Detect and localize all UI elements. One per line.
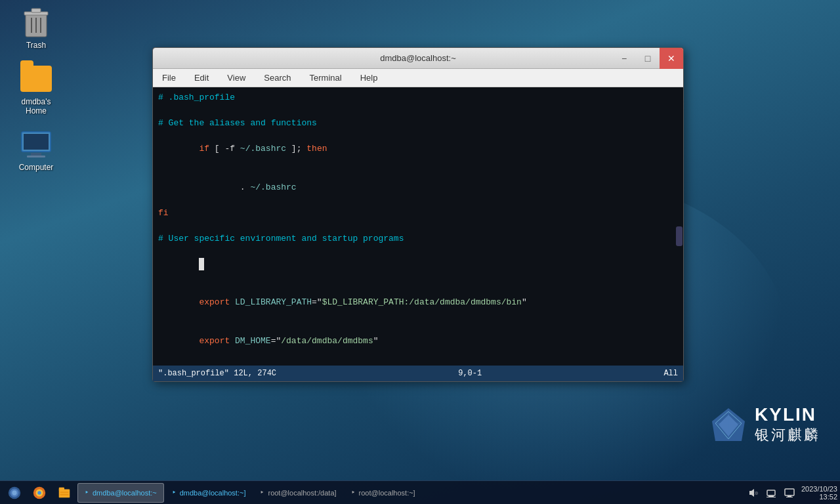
statusbar-right: All <box>663 369 678 378</box>
clock-date: 2023/10/23 <box>801 485 837 493</box>
terminal-line-cursor <box>158 245 678 284</box>
taskbar-firefox-launcher[interactable] <box>28 483 51 503</box>
menu-file[interactable]: File <box>158 72 180 84</box>
computer-icon <box>20 129 52 160</box>
taskbar-apps: ‣ dmdba@localhost:~ ‣ dmdba@localhost:~]… <box>77 483 745 503</box>
computer-icon-svg <box>20 131 52 158</box>
terminal-maximize-button[interactable]: □ <box>636 48 660 69</box>
taskbar-display-icon[interactable] <box>783 486 796 499</box>
svg-rect-21 <box>59 489 70 497</box>
svg-rect-27 <box>767 490 775 495</box>
taskbar-app-1-label: dmdba@localhost:~ <box>93 489 157 497</box>
taskbar-app-3-label: root@localhost:/data] <box>268 489 336 497</box>
svg-text:)))): )))) <box>755 491 758 495</box>
svg-rect-29 <box>766 497 776 497</box>
terminal-line-5: . ~/.bashrc <box>158 168 678 207</box>
trash-icon-svg <box>22 7 50 38</box>
desktop-icon-trash[interactable]: Trash <box>10 7 62 50</box>
network-svg <box>766 488 776 498</box>
svg-rect-2 <box>32 9 41 12</box>
taskbar-clock: 2023/10/23 13:52 <box>801 485 837 501</box>
terminal-title: dmdba@localhost:~ <box>380 53 455 63</box>
home-label: dmdba's Home <box>22 97 51 116</box>
taskbar-app-1[interactable]: ‣ dmdba@localhost:~ <box>77 483 164 503</box>
taskbar-app-2-label: dmdba@localhost:~] <box>180 489 246 497</box>
terminal-close-button[interactable]: ✕ <box>660 48 683 69</box>
terminal-line-export3: export PATH=$PATH:$DM_HOME/bin <box>158 360 678 366</box>
scrollbar-thumb[interactable] <box>676 226 682 246</box>
desktop-icon-home[interactable]: dmdba's Home <box>10 63 62 116</box>
terminal-line-7 <box>158 219 678 232</box>
svg-marker-25 <box>749 489 754 497</box>
terminal-line-3: # Get the aliases and functions <box>158 117 678 130</box>
firefox-icon <box>32 486 47 500</box>
taskbar-app-3[interactable]: ‣ root@localhost:/data] <box>253 483 343 503</box>
kylin-name: KYLIN <box>755 404 820 425</box>
svg-rect-23 <box>60 492 69 493</box>
terminal-line-2 <box>158 104 678 117</box>
svg-rect-22 <box>59 487 64 490</box>
terminal-window: dmdba@localhost:~ − □ ✕ File Edit View S… <box>152 47 684 382</box>
clock-time: 13:52 <box>801 493 837 501</box>
files-icon <box>57 486 72 500</box>
svg-rect-8 <box>31 153 41 156</box>
svg-point-17 <box>12 490 16 495</box>
computer-label: Computer <box>19 163 54 172</box>
menu-search[interactable]: Search <box>260 72 295 84</box>
terminal-controls: − □ ✕ <box>612 48 683 69</box>
desktop-icons: Trash dmdba's Home Computer <box>10 7 62 172</box>
terminal-line-6: fi <box>158 207 678 220</box>
volume-svg: )))) <box>747 488 758 498</box>
svg-point-20 <box>37 491 41 495</box>
terminal-line-8: # User specific environment and startup … <box>158 232 678 245</box>
kylin-start-icon <box>7 486 22 500</box>
terminal-line-export1: export LD_LIBRARY_PATH="$LD_LIBRARY_PATH… <box>158 284 678 322</box>
terminal-minimize-button[interactable]: − <box>612 48 636 69</box>
taskbar-app-4[interactable]: ‣ root@localhost:~] <box>345 483 422 503</box>
desktop: Trash dmdba's Home Computer <box>0 0 840 504</box>
menu-view[interactable]: View <box>223 72 249 84</box>
desktop-icon-computer[interactable]: Computer <box>10 129 62 172</box>
menu-terminal[interactable]: Terminal <box>306 72 346 84</box>
taskbar: ‣ dmdba@localhost:~ ‣ dmdba@localhost:~]… <box>0 480 840 504</box>
svg-rect-30 <box>785 489 794 495</box>
svg-rect-32 <box>786 497 793 497</box>
display-svg <box>784 488 795 498</box>
statusbar-left: ".bash_profile" 12L, 274C <box>158 369 276 378</box>
terminal-content[interactable]: # .bash_profile # Get the aliases and fu… <box>153 87 683 366</box>
taskbar-app-4-label: root@localhost:~] <box>359 489 415 497</box>
terminal-menubar: File Edit View Search Terminal Help <box>153 69 683 87</box>
scrollbar[interactable] <box>675 87 683 366</box>
terminal-line-1: # .bash_profile <box>158 91 678 104</box>
taskbar-app-2[interactable]: ‣ dmdba@localhost:~] <box>165 483 253 503</box>
svg-rect-24 <box>60 494 69 495</box>
trash-icon <box>20 7 52 38</box>
svg-rect-28 <box>768 495 774 497</box>
home-folder-icon <box>20 63 52 94</box>
taskbar-volume-icon[interactable]: )))) <box>746 486 759 499</box>
taskbar-files-launcher[interactable] <box>52 483 76 503</box>
terminal-line-export2: export DM_HOME="/data/dmdba/dmdbms" <box>158 322 678 360</box>
svg-rect-9 <box>27 156 45 158</box>
terminal-statusbar: ".bash_profile" 12L, 274C 9,0-1 All <box>153 366 683 381</box>
kylin-logo: KYLIN 银河麒麟 <box>709 404 820 445</box>
menu-edit[interactable]: Edit <box>190 72 213 84</box>
taskbar-kylin-launcher[interactable] <box>3 483 26 503</box>
taskbar-network-icon[interactable] <box>765 486 778 499</box>
kylin-chinese: 银河麒麟 <box>755 425 820 445</box>
terminal-titlebar: dmdba@localhost:~ − □ ✕ <box>153 48 683 69</box>
taskbar-right: )))) 2023/10/23 13:52 <box>746 485 837 501</box>
kylin-diamond-icon <box>709 405 748 444</box>
svg-rect-7 <box>24 134 49 150</box>
trash-label: Trash <box>26 41 46 50</box>
cursor <box>199 258 204 271</box>
terminal-line-4: if [ -f ~/.bashrc ]; then <box>158 130 678 169</box>
menu-help[interactable]: Help <box>356 72 382 84</box>
svg-rect-31 <box>788 495 791 497</box>
statusbar-center: 9,0-1 <box>458 369 482 378</box>
